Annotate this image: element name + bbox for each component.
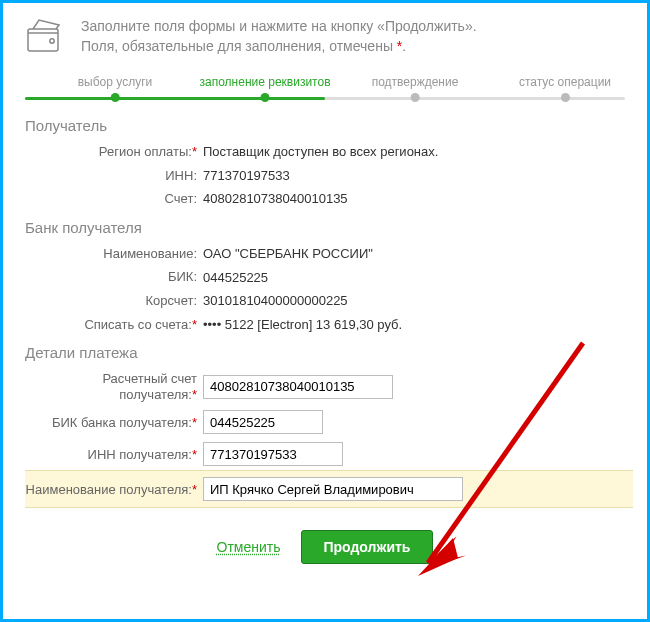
step-confirm: подтверждение	[372, 75, 459, 102]
header-instructions: Заполните поля формы и нажмите на кнопку…	[81, 17, 477, 56]
row-region: Регион оплаты:* Поставщик доступен во вс…	[25, 140, 625, 164]
value-coracct: 30101810400000000225	[203, 293, 348, 308]
step-label: заполнение реквизитов	[199, 75, 330, 89]
form-frame: Заполните поля формы и нажмите на кнопку…	[0, 0, 650, 622]
step-status: статус операции	[519, 75, 611, 102]
label-coracct: Корсчет:	[25, 293, 203, 309]
svg-point-1	[50, 39, 54, 43]
label-bik-recv: БИК банка получателя:*	[25, 415, 203, 431]
row-inn-recv: ИНН получателя:*	[25, 438, 625, 470]
row-account: Счет: 40802810738040010135	[25, 187, 625, 211]
step-dot	[560, 93, 569, 102]
label-inn: ИНН:	[25, 168, 203, 184]
cancel-link[interactable]: Отменить	[217, 539, 281, 555]
row-bik: БИК: 044525225	[25, 265, 625, 289]
step-requisites: заполнение реквизитов	[199, 75, 330, 102]
value-account: 40802810738040010135	[203, 191, 348, 206]
step-service: выбор услуги	[78, 75, 153, 102]
step-dot	[410, 93, 419, 102]
value-bik: 044525225	[203, 270, 268, 285]
row-recv-name: Наименование получателя:*	[25, 470, 633, 508]
row-from-account: Списать со счета:* •••• 5122 [Electron] …	[25, 313, 625, 337]
header-line2b: .	[402, 38, 406, 54]
step-label: выбор услуги	[78, 75, 153, 89]
continue-button[interactable]: Продолжить	[301, 530, 434, 564]
row-coracct: Корсчет: 30101810400000000225	[25, 289, 625, 313]
form-header: Заполните поля формы и нажмите на кнопку…	[25, 17, 625, 57]
value-inn: 771370197533	[203, 168, 290, 183]
label-from-account: Списать со счета:*	[25, 317, 203, 333]
step-dot	[110, 93, 119, 102]
action-bar: Отменить Продолжить	[25, 530, 625, 564]
label-account: Счет:	[25, 191, 203, 207]
settlement-account-input[interactable]	[203, 375, 393, 399]
section-details: Детали платежа	[25, 344, 625, 361]
label-region: Регион оплаты:*	[25, 144, 203, 160]
label-inn-recv: ИНН получателя:*	[25, 447, 203, 463]
header-line1: Заполните поля формы и нажмите на кнопку…	[81, 18, 477, 34]
step-label: статус операции	[519, 75, 611, 89]
value-from-account: •••• 5122 [Electron] 13 619,30 руб.	[203, 317, 402, 332]
row-inn: ИНН: 771370197533	[25, 164, 625, 188]
value-region: Поставщик доступен во всех регионах.	[203, 144, 438, 159]
bik-recv-input[interactable]	[203, 410, 323, 434]
header-line2a: Поля, обязательные для заполнения, отмеч…	[81, 38, 397, 54]
section-bank: Банк получателя	[25, 219, 625, 236]
wallet-icon	[25, 17, 67, 57]
value-bankname: ОАО "СБЕРБАНК РОССИИ"	[203, 246, 373, 261]
inn-recv-input[interactable]	[203, 442, 343, 466]
row-bankname: Наименование: ОАО "СБЕРБАНК РОССИИ"	[25, 242, 625, 266]
row-bik-recv: БИК банка получателя:*	[25, 406, 625, 438]
label-settlement: Расчетный счет получателя:*	[25, 371, 203, 402]
section-recipient: Получатель	[25, 117, 625, 134]
label-bankname: Наименование:	[25, 246, 203, 262]
progress-stepper: выбор услуги заполнение реквизитов подтв…	[25, 75, 625, 107]
row-settlement: Расчетный счет получателя:*	[25, 367, 625, 406]
step-dot	[260, 93, 269, 102]
label-recv-name: Наименование получателя:*	[25, 482, 203, 498]
label-bik: БИК:	[25, 269, 203, 285]
recv-name-input[interactable]	[203, 477, 463, 501]
step-label: подтверждение	[372, 75, 459, 89]
